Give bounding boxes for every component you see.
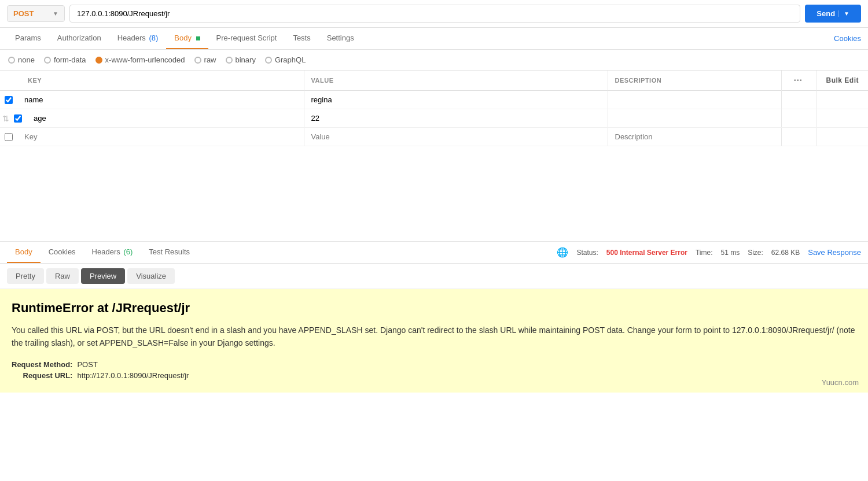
cookies-link[interactable]: Cookies xyxy=(834,34,861,43)
spacer xyxy=(0,146,868,239)
chevron-down-icon: ▼ xyxy=(53,10,58,17)
error-body: RuntimeError at /JRrequest/jr You called… xyxy=(0,289,868,393)
response-time: 51 ms xyxy=(720,249,740,257)
col-actions-header: ··· xyxy=(782,71,816,91)
tab-prerequest[interactable]: Pre-request Script xyxy=(208,28,285,49)
tab-settings[interactable]: Settings xyxy=(319,28,362,49)
body-type-selector: none form-data x-www-form-urlencoded raw… xyxy=(0,50,868,71)
radio-urlencoded xyxy=(95,57,102,64)
body-type-binary[interactable]: binary xyxy=(226,56,256,64)
more-icon[interactable]: ··· xyxy=(789,71,807,90)
method-label: Request Method: xyxy=(12,359,77,370)
method-value: POST xyxy=(77,359,193,370)
url-label: Request URL: xyxy=(12,370,77,381)
row1-desc-input[interactable] xyxy=(608,91,782,109)
watermark: Yuucn.com xyxy=(822,378,859,387)
method-dropdown[interactable]: POST ▼ xyxy=(7,5,65,22)
tab-authorization[interactable]: Authorization xyxy=(49,28,109,49)
col-bulk-header: Bulk Edit xyxy=(816,71,868,91)
error-title: RuntimeError at /JRrequest/jr xyxy=(12,301,856,316)
col-value-header: VALUE xyxy=(304,71,608,91)
response-tabs-bar: Body Cookies Headers (6) Test Results 🌐 … xyxy=(0,242,868,264)
radio-binary xyxy=(226,57,233,64)
row2-desc-input[interactable] xyxy=(608,109,782,127)
row1-checkbox[interactable] xyxy=(5,96,13,104)
request-tabs: Params Authorization Headers (8) Body Pr… xyxy=(0,28,868,50)
params-table: KEY VALUE DESCRIPTION ··· Bulk Edit xyxy=(0,71,868,146)
bulk-edit-button[interactable]: Bulk Edit xyxy=(823,72,861,89)
body-type-urlencoded[interactable]: x-www-form-urlencoded xyxy=(95,56,185,64)
resp-tab-testresults[interactable]: Test Results xyxy=(141,242,198,263)
preview-tab-visualize[interactable]: Visualize xyxy=(127,268,175,284)
row1-value-input[interactable] xyxy=(304,91,608,109)
url-value: http://127.0.0.1:8090/JRrequest/jr xyxy=(77,370,193,381)
table-row-placeholder xyxy=(0,128,868,146)
radio-graphql xyxy=(265,57,272,64)
radio-formdata xyxy=(44,57,51,64)
save-response-button[interactable]: Save Response xyxy=(808,248,861,257)
method-label: POST xyxy=(13,9,34,18)
url-input[interactable] xyxy=(69,5,800,23)
body-type-graphql[interactable]: GraphQL xyxy=(265,56,306,64)
placeholder-checkbox[interactable] xyxy=(5,133,13,141)
placeholder-desc-input[interactable] xyxy=(608,128,782,146)
send-button[interactable]: Send ▼ xyxy=(805,5,861,23)
resp-tab-cookies[interactable]: Cookies xyxy=(41,242,84,263)
row2-key-input[interactable] xyxy=(27,109,304,127)
radio-raw xyxy=(194,57,201,64)
status-text: 500 Internal Server Error xyxy=(606,249,687,257)
tab-params[interactable]: Params xyxy=(7,28,49,49)
resp-tab-body[interactable]: Body xyxy=(7,242,41,263)
drag-handle-icon[interactable]: ⇅ xyxy=(0,114,12,123)
preview-tab-raw[interactable]: Raw xyxy=(46,268,79,284)
resp-tab-headers[interactable]: Headers (6) xyxy=(84,242,141,263)
col-key-header: KEY xyxy=(0,71,304,91)
body-type-none[interactable]: none xyxy=(8,56,35,64)
body-active-dot xyxy=(196,36,200,40)
error-body-wrapper: RuntimeError at /JRrequest/jr You called… xyxy=(0,289,868,393)
table-row xyxy=(0,91,868,109)
response-section: Body Cookies Headers (6) Test Results 🌐 … xyxy=(0,241,868,393)
placeholder-value-input[interactable] xyxy=(304,128,608,146)
preview-tabs: Pretty Raw Preview Visualize xyxy=(0,264,868,289)
tab-headers[interactable]: Headers (8) xyxy=(109,28,167,49)
error-description: You called this URL via POST, but the UR… xyxy=(12,324,856,350)
row1-key-input[interactable] xyxy=(17,91,304,109)
preview-tab-preview[interactable]: Preview xyxy=(81,268,125,284)
col-desc-header: DESCRIPTION xyxy=(608,71,782,91)
tab-body[interactable]: Body xyxy=(166,28,208,49)
body-type-formdata[interactable]: form-data xyxy=(44,56,86,64)
body-type-raw[interactable]: raw xyxy=(194,56,216,64)
placeholder-key-input[interactable] xyxy=(17,128,304,146)
tab-tests[interactable]: Tests xyxy=(285,28,318,49)
preview-tab-pretty[interactable]: Pretty xyxy=(7,268,44,284)
response-size: 62.68 KB xyxy=(771,249,800,257)
globe-icon: 🌐 xyxy=(557,247,568,258)
send-chevron-icon: ▼ xyxy=(838,10,849,17)
row2-checkbox[interactable] xyxy=(14,114,22,123)
error-meta: Request Method: POST Request URL: http:/… xyxy=(12,359,856,381)
top-bar: POST ▼ Send ▼ xyxy=(0,0,868,28)
response-status-bar: 🌐 Status: 500 Internal Server Error Time… xyxy=(557,247,861,258)
table-row: ⇅ xyxy=(0,109,868,128)
radio-none xyxy=(8,57,15,64)
row2-value-input[interactable] xyxy=(304,109,608,127)
